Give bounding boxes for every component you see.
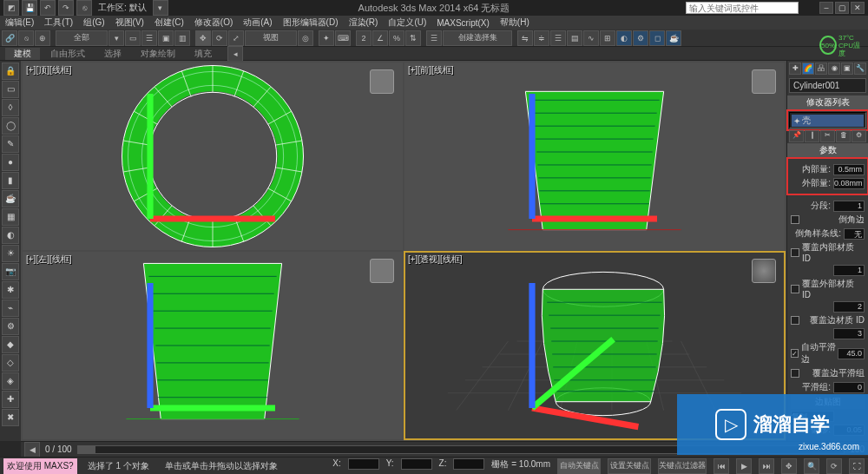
lt-sys-icon[interactable]: ⚙ [2, 318, 19, 335]
snap-angle-icon[interactable]: ∠ [372, 30, 388, 46]
render-setup-icon[interactable]: ⚙ [633, 30, 648, 46]
tab-utilities-icon[interactable]: 🔧 [854, 63, 866, 75]
edge-matid-spinner[interactable]: 3 [833, 328, 865, 339]
link-icon[interactable]: 🔗 [2, 30, 17, 46]
ribbon-expand-icon[interactable]: ◂ [227, 46, 243, 62]
search-input[interactable] [686, 2, 799, 14]
rendered-frame-icon[interactable]: ◻ [649, 30, 665, 46]
nav-zoom-icon[interactable]: 🔍 [804, 458, 819, 474]
qa-link-icon[interactable]: ⎋ [76, 0, 92, 16]
lt-cam-icon[interactable]: 📷 [2, 263, 19, 280]
snap-2d-icon[interactable]: 2 [356, 30, 372, 46]
remove-mod-icon[interactable]: 🗑 [836, 130, 851, 142]
curve-editor-icon[interactable]: ∿ [583, 30, 599, 46]
lt-util3-icon[interactable]: ◈ [2, 372, 19, 390]
lt-util1-icon[interactable]: ◆ [2, 336, 19, 353]
lt-helper-icon[interactable]: ✱ [2, 281, 19, 299]
menu-help[interactable]: 帮助(H) [500, 16, 529, 29]
lt-teapot-icon[interactable]: ☕ [2, 190, 19, 207]
qa-undo-icon[interactable]: ↶ [40, 0, 56, 16]
viewport-left[interactable]: [+][左][线框] [23, 252, 403, 439]
configure-icon[interactable]: ⚙ [852, 130, 866, 142]
nav-max-icon[interactable]: ⛶ [849, 458, 865, 474]
minimize-button[interactable]: – [819, 2, 833, 14]
lt-light-icon[interactable]: ☀ [2, 245, 19, 262]
override-inner-check[interactable] [791, 248, 799, 257]
menu-view[interactable]: 视图(V) [115, 16, 144, 29]
inner-matid-spinner[interactable]: 1 [833, 265, 865, 276]
scale-icon[interactable]: ⤢ [228, 30, 244, 46]
lt-space-icon[interactable]: ⌁ [2, 300, 19, 317]
align-icon[interactable]: ≑ [534, 30, 549, 46]
autosmooth-spinner[interactable]: 45.0 [838, 348, 865, 359]
override-smg-check[interactable] [791, 369, 799, 378]
bind-icon[interactable]: ⊕ [35, 30, 50, 46]
rotate-icon[interactable]: ⟳ [212, 30, 227, 46]
menu-animation[interactable]: 动画(A) [243, 16, 272, 29]
qa-save-icon[interactable]: 💾 [22, 0, 37, 16]
tab-hierarchy-icon[interactable]: 品 [815, 63, 827, 75]
coord-z-field[interactable] [453, 458, 484, 470]
lt-sphere-icon[interactable]: ● [2, 154, 19, 171]
lt-fence-icon[interactable]: ◊ [2, 99, 19, 116]
modifier-list-label[interactable]: 修改器列表 [787, 95, 868, 109]
keyfilter-button[interactable]: 关键点过滤器 [658, 458, 707, 474]
viewport-top[interactable]: [+][顶][线框] [23, 63, 403, 250]
tab-create-icon[interactable]: ✚ [789, 63, 801, 75]
override-edge-check[interactable] [791, 316, 799, 325]
coord-x-field[interactable] [348, 458, 379, 470]
menu-modifiers[interactable]: 修改器(O) [194, 16, 233, 29]
pivot-icon[interactable]: ◎ [298, 30, 313, 46]
nav-pan-icon[interactable]: ✥ [781, 458, 797, 474]
outer-amount-spinner[interactable]: 0.08mm [833, 178, 865, 189]
menu-edit[interactable]: 编辑(E) [5, 16, 34, 29]
maximize-button[interactable]: ▢ [835, 2, 849, 14]
workspace-dropdown-icon[interactable]: ▾ [153, 0, 168, 16]
setkey-button[interactable]: 设置关键点 [608, 458, 651, 474]
lt-region-icon[interactable]: ▭ [2, 81, 19, 98]
menu-custom[interactable]: 自定义(U) [388, 16, 426, 29]
mirror-icon[interactable]: ⇋ [517, 30, 533, 46]
lt-util4-icon[interactable]: ✚ [2, 391, 19, 408]
autokey-button[interactable]: 自动关键点 [557, 458, 601, 474]
lt-paint-icon[interactable]: ✎ [2, 135, 19, 153]
menu-maxscript[interactable]: MAXScript(X) [437, 18, 490, 28]
menu-tools[interactable]: 工具(T) [44, 16, 73, 29]
ref-coord[interactable]: 视图 [245, 30, 297, 46]
tab-motion-icon[interactable]: ◉ [828, 63, 840, 75]
tab-modify-icon[interactable]: 🌈 [802, 63, 814, 75]
named-sel-field[interactable]: 创建选择集 [443, 30, 512, 46]
ribbon-tab-selection[interactable]: 选择 [95, 48, 130, 60]
smg-spinner[interactable]: 0 [833, 382, 865, 393]
qa-redo-icon[interactable]: ↷ [58, 0, 74, 16]
lt-util5-icon[interactable]: ✖ [2, 409, 19, 426]
object-name-field[interactable]: Cylinder001 [789, 78, 866, 93]
select-name-icon[interactable]: ☰ [141, 30, 157, 46]
schematic-icon[interactable]: ⊞ [600, 30, 615, 46]
close-button[interactable]: ✕ [851, 2, 865, 14]
viewport-front[interactable]: [+][前][线框] [404, 63, 785, 250]
chamfer-spline-field[interactable]: 无 [844, 228, 865, 240]
coord-y-field[interactable] [401, 458, 432, 470]
menu-group[interactable]: 组(G) [83, 16, 104, 29]
rect-region-icon[interactable]: ▣ [158, 30, 174, 46]
segments-spinner[interactable]: 1 [833, 201, 865, 212]
move-icon[interactable]: ✥ [195, 30, 211, 46]
lt-lock-icon[interactable]: 🔒 [2, 63, 19, 80]
filter-dropdown-icon[interactable]: ▾ [108, 30, 124, 46]
play-prev-icon[interactable]: ⏮ [713, 458, 729, 474]
play-next-icon[interactable]: ⏭ [759, 458, 774, 474]
named-sel-icon[interactable]: ☰ [426, 30, 442, 46]
render-icon[interactable]: ☕ [666, 30, 681, 46]
lt-lasso-icon[interactable]: ◯ [2, 117, 19, 135]
lt-wire-icon[interactable]: ▦ [2, 208, 19, 226]
menu-graph[interactable]: 图形编辑器(D) [283, 16, 339, 29]
lt-shade-icon[interactable]: ◐ [2, 227, 19, 244]
material-editor-icon[interactable]: ◐ [616, 30, 632, 46]
lt-util2-icon[interactable]: ◇ [2, 354, 19, 372]
select-manip-icon[interactable]: ✦ [319, 30, 334, 46]
menu-create[interactable]: 创建(C) [155, 16, 184, 29]
ribbon-tab-objectpaint[interactable]: 对象绘制 [132, 48, 184, 60]
show-end-icon[interactable]: ∥ [805, 130, 819, 142]
play-icon[interactable]: ▶ [736, 458, 752, 474]
